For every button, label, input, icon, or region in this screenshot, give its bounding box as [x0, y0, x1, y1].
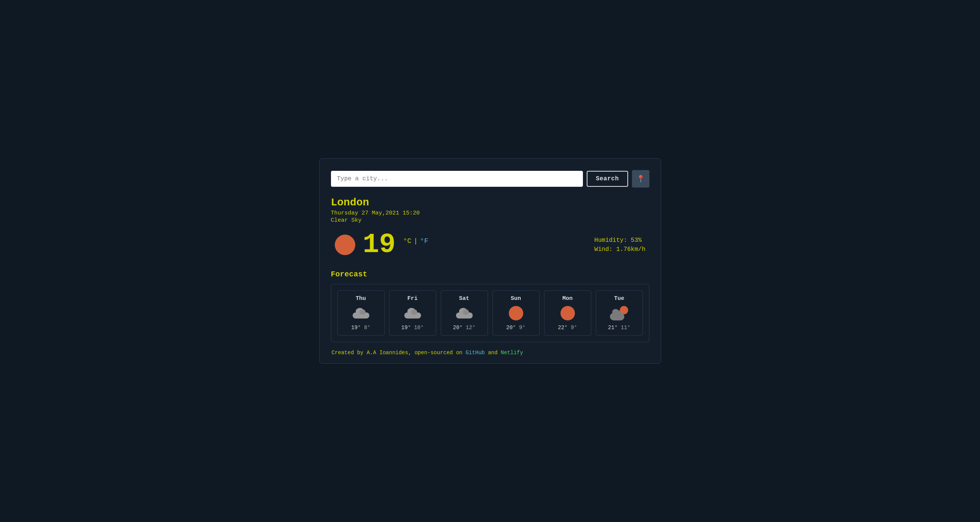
forecast-card-tue: Tue 21° 11°: [596, 290, 643, 336]
forecast-label: Forecast: [331, 270, 649, 279]
forecast-day: Tue: [614, 295, 624, 302]
weather-description: Clear Sky: [331, 217, 649, 224]
temp-low: 9°: [519, 325, 525, 331]
cloud-bump: [411, 309, 417, 315]
weather-app: Search 📍 London Thursday 27 May,2021 15:…: [319, 158, 661, 364]
temp-high: 21°: [608, 325, 617, 331]
temp-left: 19 °C | °F: [335, 231, 428, 259]
footer-text-between: and: [485, 350, 501, 356]
forecast-card-mon: Mon 22° 9°: [544, 290, 591, 336]
forecast-card-sun: Sun 20° 9°: [492, 290, 539, 336]
temp-right: Humidity: 53% Wind: 1.76km/h: [594, 237, 645, 253]
forecast-card-thu: Thu 19° 8°: [337, 290, 385, 336]
temp-low: 11°: [621, 325, 630, 331]
temp-low: 9°: [571, 325, 577, 331]
forecast-temps-sat: 20° 12°: [453, 325, 476, 331]
forecast-icon-mon: [558, 306, 577, 321]
forecast-day: Mon: [562, 295, 573, 302]
city-name: London: [331, 197, 649, 208]
footer-text-before: Created by A.A Ioannides, open-sourced o…: [332, 350, 466, 356]
forecast-temps-mon: 22° 9°: [558, 325, 577, 331]
sun-cloud-icon: [610, 306, 629, 320]
cloud-bump: [360, 309, 366, 315]
unit-separator: |: [414, 237, 418, 245]
github-link[interactable]: GitHub: [466, 350, 485, 356]
sun-icon: [509, 306, 523, 320]
search-row: Search 📍: [331, 170, 649, 187]
forecast-icon-fri: [403, 306, 422, 321]
temp-low: 12°: [466, 325, 476, 331]
search-button[interactable]: Search: [587, 171, 628, 187]
temp-high: 20°: [453, 325, 463, 331]
forecast-card-sat: Sat 20° 12°: [441, 290, 488, 336]
temperature-value: 19: [363, 231, 396, 259]
unit-toggle: °C | °F: [403, 237, 428, 245]
wind: Wind: 1.76km/h: [594, 246, 645, 253]
forecast-day: Sun: [511, 295, 521, 302]
forecast-temps-fri: 19° 10°: [401, 325, 424, 331]
temp-low: 8°: [364, 325, 371, 331]
forecast-temps-tue: 21° 11°: [608, 325, 630, 331]
sun-icon: [560, 306, 575, 320]
forecast-icon-thu: [352, 306, 371, 321]
footer: Created by A.A Ioannides, open-sourced o…: [331, 350, 649, 356]
forecast-icon-sat: [455, 306, 474, 321]
cloud-icon: [353, 308, 369, 319]
pin-icon: 📍: [636, 175, 645, 183]
forecast-day: Fri: [407, 295, 418, 302]
cloud-icon: [404, 308, 421, 319]
forecast-icon-tue: [610, 306, 629, 321]
temp-high: 19°: [351, 325, 361, 331]
forecast-temps-sun: 20° 9°: [506, 325, 525, 331]
forecast-icon-sun: [506, 306, 525, 321]
temp-high: 22°: [558, 325, 567, 331]
forecast-container: Thu 19° 8° Fri 19° 10°: [331, 284, 649, 342]
unit-fahrenheit[interactable]: °F: [420, 237, 428, 245]
forecast-day: Thu: [356, 295, 366, 302]
cloud-icon: [456, 308, 473, 319]
humidity: Humidity: 53%: [594, 237, 645, 244]
cloud-front: [610, 313, 624, 320]
search-input[interactable]: [331, 171, 583, 187]
temp-high: 20°: [506, 325, 515, 331]
date-time: Thursday 27 May,2021 15:20: [331, 210, 649, 216]
forecast-day: Sat: [459, 295, 469, 302]
location-button[interactable]: 📍: [632, 170, 649, 187]
forecast-temps-thu: 19° 8°: [351, 325, 370, 331]
unit-celsius[interactable]: °C: [403, 237, 412, 245]
temp-low: 10°: [414, 325, 424, 331]
cloud-bump: [463, 309, 469, 315]
temperature-row: 19 °C | °F Humidity: 53% Wind: 1.76km/h: [331, 231, 649, 259]
forecast-card-fri: Fri 19° 10°: [389, 290, 436, 336]
netlify-link[interactable]: Netlify: [501, 350, 523, 356]
temp-high: 19°: [401, 325, 411, 331]
sun-icon: [335, 235, 355, 255]
